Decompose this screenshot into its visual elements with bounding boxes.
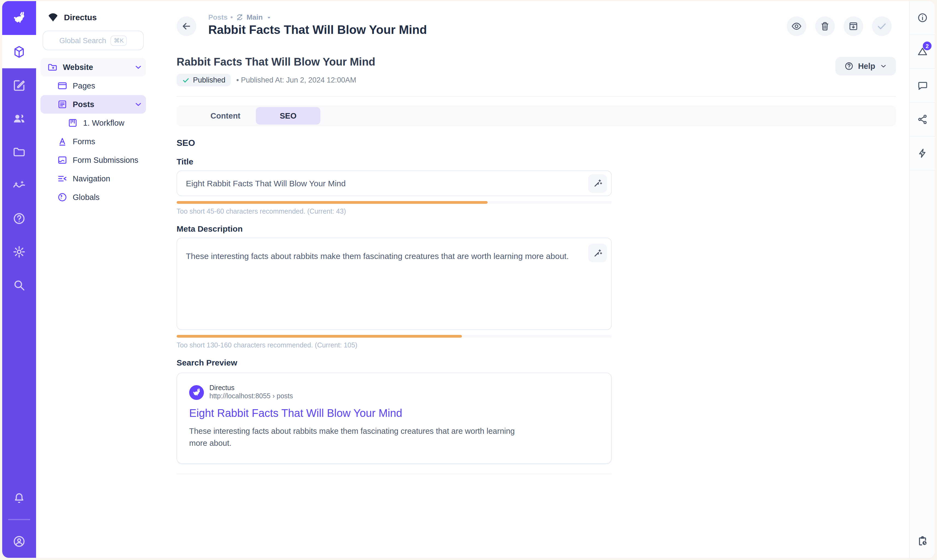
search-preview-heading: Search Preview (177, 358, 612, 367)
check-icon (182, 76, 190, 84)
sidebar-item-workflow[interactable]: 1. Workflow (40, 114, 146, 132)
seo-title-progress-fill (177, 201, 488, 204)
box-icon (12, 45, 26, 59)
directus-logo-button[interactable] (2, 1, 36, 35)
alerts-panel-button[interactable]: 2 (910, 35, 935, 69)
seo-title-input[interactable] (177, 178, 611, 188)
seo-section-title: SEO (177, 138, 612, 148)
preview-site-name: Directus (210, 384, 293, 392)
module-docs[interactable] (2, 202, 36, 235)
page-header: Posts • Main Rabbit Facts That Will Blow… (150, 1, 909, 37)
module-settings[interactable] (2, 235, 36, 268)
preview-site-meta: Directus http://localhost:8055 › posts (210, 384, 293, 400)
header-divider (177, 96, 896, 97)
right-sidebar: 2 (909, 1, 935, 558)
seo-meta-label: Meta Description (177, 224, 612, 233)
check-icon (876, 21, 887, 32)
sidebar-item-forms[interactable]: Forms (40, 132, 146, 151)
revisions-panel-button[interactable] (910, 525, 935, 558)
module-search[interactable] (2, 268, 36, 302)
seo-title-generate-button[interactable] (588, 174, 607, 192)
right-sidebar-spacer (910, 171, 935, 525)
flows-panel-button[interactable] (910, 137, 935, 171)
sidebar-item-globals[interactable]: Globals (40, 188, 146, 206)
breadcrumb-collection[interactable]: Posts (208, 13, 228, 21)
seo-title-hint: Too short 45-60 characters recommended. … (177, 208, 612, 215)
archive-button[interactable] (843, 16, 863, 36)
module-content[interactable] (2, 35, 36, 68)
rabbit-logo-icon (192, 388, 201, 397)
share-nodes-icon (917, 114, 928, 125)
module-insights[interactable] (2, 168, 36, 202)
chevron-down-icon (880, 62, 887, 70)
comments-panel-button[interactable] (910, 69, 935, 103)
back-button[interactable] (177, 16, 196, 36)
breadcrumb-separator: • (230, 13, 233, 21)
delete-button[interactable] (815, 16, 835, 36)
detail-content: Rabbit Facts That Will Blow Your Mind Pu… (150, 37, 909, 474)
preview-site-row: Directus http://localhost:8055 › posts (189, 384, 599, 400)
save-button[interactable] (872, 16, 892, 36)
globe-icon (57, 192, 68, 203)
preview-description: These interesting facts about rabbits ma… (189, 425, 517, 449)
chevron-down-icon[interactable] (134, 63, 143, 72)
arrow-left-icon (181, 21, 192, 32)
seo-meta-progress-fill (177, 335, 462, 338)
help-label: Help (858, 62, 875, 71)
status-row: Published • Published At: Jun 2, 2024 12… (177, 74, 835, 86)
breadcrumb-version[interactable]: Main (247, 13, 263, 21)
folder-star-icon (47, 62, 58, 73)
lightning-bolt-icon (917, 148, 928, 159)
seo-meta-value: These interesting facts about rabbits ma… (186, 251, 586, 261)
module-editor[interactable] (2, 68, 36, 102)
sidebar-item-label: 1. Workflow (83, 118, 146, 127)
users-icon (12, 111, 26, 125)
archive-down-icon (848, 21, 859, 32)
workspace-logo-icon (47, 11, 59, 23)
seo-meta-generate-button[interactable] (588, 244, 607, 262)
sidebar-item-website[interactable]: Website (40, 58, 146, 77)
sidebar-item-label: Form Submissions (73, 156, 146, 165)
sidebar-item-label: Globals (73, 193, 146, 202)
search-preview-card: Directus http://localhost:8055 › posts E… (177, 372, 612, 464)
sidebar-item-navigation[interactable]: Navigation (40, 169, 146, 188)
module-files[interactable] (2, 135, 36, 168)
chevron-down-icon[interactable] (134, 100, 143, 109)
tab-content[interactable]: Content (196, 105, 255, 126)
sidebar-item-pages[interactable]: Pages (40, 77, 146, 95)
seo-meta-progress (177, 335, 612, 338)
eye-icon (791, 21, 802, 32)
sidebar-item-form-submissions[interactable]: Form Submissions (40, 151, 146, 169)
share-panel-button[interactable] (910, 103, 935, 137)
info-panel-button[interactable] (910, 1, 935, 35)
notifications-button[interactable] (2, 482, 36, 515)
seo-meta-hint: Too short 130-160 characters recommended… (177, 342, 612, 349)
workspace-header[interactable]: Directus (36, 9, 150, 31)
letter-a-icon (57, 136, 68, 147)
content-version-icon (236, 13, 244, 21)
user-menu-button[interactable] (2, 525, 36, 558)
clipboard-clock-icon (917, 535, 928, 547)
magic-wand-icon (592, 178, 603, 188)
sidebar-item-label: Navigation (73, 174, 146, 183)
notifications-count-badge: 2 (923, 42, 932, 50)
module-users[interactable] (2, 102, 36, 135)
search-shortcut-badge: ⌘K (111, 35, 127, 46)
help-button[interactable]: Help (835, 57, 896, 75)
preview-link-title[interactable]: Eight Rabbit Facts That Will Blow Your M… (189, 407, 599, 420)
caret-down-icon (265, 14, 272, 20)
seo-title-progress (177, 201, 612, 204)
tab-seo[interactable]: SEO (256, 107, 321, 125)
breadcrumb[interactable]: Posts • Main (208, 13, 787, 21)
global-search-input[interactable]: Global Search ⌘K (43, 31, 144, 50)
tab-bar: Content SEO (177, 105, 896, 126)
preview-button[interactable] (787, 16, 806, 36)
comment-bubble-icon (917, 80, 928, 91)
article-icon (57, 99, 68, 110)
search-icon (12, 278, 26, 292)
folder-icon (12, 145, 26, 159)
module-bar (2, 1, 36, 558)
sidebar-item-posts[interactable]: Posts (40, 95, 146, 114)
inbox-icon (57, 155, 68, 166)
seo-meta-textarea[interactable]: These interesting facts about rabbits ma… (177, 238, 612, 330)
